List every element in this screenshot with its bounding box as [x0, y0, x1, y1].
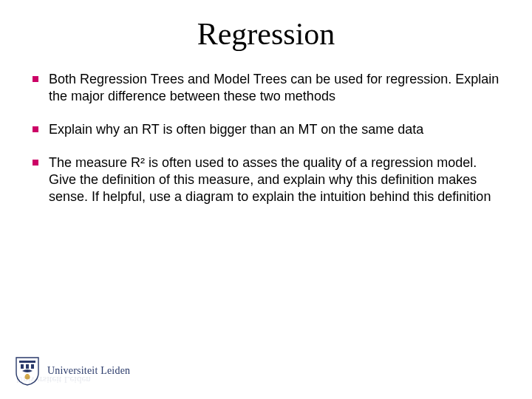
- svg-rect-2: [26, 364, 29, 369]
- bullet-text: Explain why an RT is often bigger than a…: [49, 122, 423, 137]
- bullet-item: The measure R² is often used to asses th…: [33, 154, 502, 205]
- svg-rect-1: [21, 364, 24, 369]
- bullet-marker-icon: [33, 160, 38, 166]
- university-crest-icon: [15, 356, 40, 386]
- footer: Universiteit Leiden: [15, 356, 130, 386]
- institution-name: Universiteit Leiden: [47, 365, 130, 377]
- bullet-item: Explain why an RT is often bigger than a…: [33, 121, 502, 138]
- bullet-text: The measure R² is often used to asses th…: [49, 155, 491, 204]
- slide-title: Regression: [30, 16, 502, 52]
- bullet-marker-icon: [33, 76, 38, 82]
- bullet-text: Both Regression Trees and Model Trees ca…: [49, 72, 499, 103]
- svg-rect-0: [19, 361, 35, 363]
- slide: Regression Both Regression Trees and Mod…: [0, 0, 532, 399]
- bullet-item: Both Regression Trees and Model Trees ca…: [33, 71, 502, 105]
- svg-rect-3: [31, 364, 34, 369]
- bullet-marker-icon: [33, 126, 38, 132]
- svg-rect-5: [27, 374, 29, 375]
- bullet-list: Both Regression Trees and Model Trees ca…: [30, 71, 502, 205]
